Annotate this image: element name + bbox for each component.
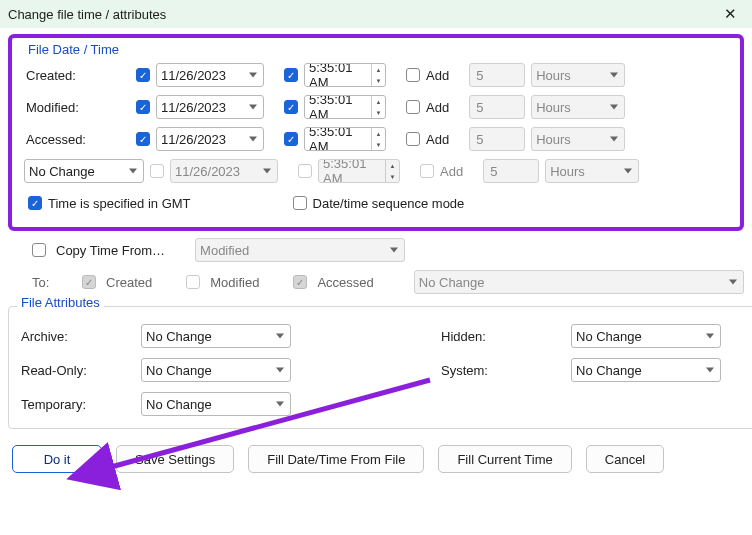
checkbox-created-add[interactable] bbox=[406, 68, 420, 82]
checkbox-to-modified[interactable] bbox=[186, 275, 200, 289]
chevron-down-icon[interactable]: ▼ bbox=[372, 75, 385, 86]
label-add: Add bbox=[426, 100, 449, 115]
checkbox-created-time[interactable]: ✓ bbox=[284, 68, 298, 82]
label-system: System: bbox=[441, 363, 571, 378]
file-attributes-group: File Attributes Archive: No Change Hidde… bbox=[8, 299, 752, 429]
button-bar: Do it Save Settings Fill Date/Time From … bbox=[0, 435, 752, 487]
close-icon[interactable]: ✕ bbox=[716, 5, 744, 23]
label-created: Created: bbox=[20, 68, 130, 83]
checkbox-gmt[interactable]: ✓ bbox=[28, 196, 42, 210]
label-to-accessed: Accessed bbox=[317, 275, 373, 290]
row-modified: Modified: ✓ 11/26/2023 ✓ 5:35:01 AM▲▼ Ad… bbox=[20, 91, 732, 123]
add-unit-modified[interactable]: Hours bbox=[531, 95, 625, 119]
checkbox-modified-time[interactable]: ✓ bbox=[284, 100, 298, 114]
do-it-button[interactable]: Do it bbox=[12, 445, 102, 473]
chevron-up-icon[interactable]: ▲ bbox=[372, 96, 385, 107]
date-extra: 11/26/2023 bbox=[170, 159, 278, 183]
date-created[interactable]: 11/26/2023 bbox=[156, 63, 264, 87]
label-gmt: Time is specified in GMT bbox=[48, 196, 191, 211]
select-system[interactable]: No Change bbox=[571, 358, 721, 382]
label-to: To: bbox=[32, 275, 72, 290]
checkbox-to-created[interactable]: ✓ bbox=[82, 275, 96, 289]
row-copy-from: Copy Time From… Modified bbox=[8, 235, 744, 265]
add-value-extra: 5 bbox=[483, 159, 539, 183]
label-temporary: Temporary: bbox=[21, 397, 141, 412]
label-to-modified: Modified bbox=[210, 275, 259, 290]
row-created: Created: ✓ 11/26/2023 ✓ 5:35:01 AM▲▼ Add… bbox=[20, 59, 732, 91]
label-add: Add bbox=[426, 68, 449, 83]
select-readonly[interactable]: No Change bbox=[141, 358, 291, 382]
copy-from-select[interactable]: Modified bbox=[195, 238, 405, 262]
checkbox-accessed-time[interactable]: ✓ bbox=[284, 132, 298, 146]
copy-mode-select[interactable]: No Change bbox=[414, 270, 744, 294]
label-accessed: Accessed: bbox=[20, 132, 130, 147]
checkbox-accessed-date[interactable]: ✓ bbox=[136, 132, 150, 146]
add-unit-created[interactable]: Hours bbox=[531, 63, 625, 87]
checkbox-modified-date[interactable]: ✓ bbox=[136, 100, 150, 114]
file-date-time-group: File Date / Time Created: ✓ 11/26/2023 ✓… bbox=[8, 34, 744, 231]
row-accessed: Accessed: ✓ 11/26/2023 ✓ 5:35:01 AM▲▼ Ad… bbox=[20, 123, 732, 155]
chevron-up-icon: ▲ bbox=[386, 160, 399, 171]
cancel-button[interactable]: Cancel bbox=[586, 445, 664, 473]
file-date-time-heading: File Date / Time bbox=[20, 42, 732, 57]
add-value-accessed[interactable]: 5 bbox=[469, 127, 525, 151]
date-modified[interactable]: 11/26/2023 bbox=[156, 95, 264, 119]
save-settings-button[interactable]: Save Settings bbox=[116, 445, 234, 473]
checkbox-extra-time[interactable] bbox=[298, 164, 312, 178]
label-readonly: Read-Only: bbox=[21, 363, 141, 378]
row-copy-to: To: ✓ Created Modified ✓ Accessed No Cha… bbox=[8, 267, 744, 297]
label-copy-from: Copy Time From… bbox=[56, 243, 165, 258]
select-archive[interactable]: No Change bbox=[141, 324, 291, 348]
add-unit-accessed[interactable]: Hours bbox=[531, 127, 625, 151]
checkbox-created-date[interactable]: ✓ bbox=[136, 68, 150, 82]
time-created[interactable]: 5:35:01 AM▲▼ bbox=[304, 63, 386, 87]
label-modified: Modified: bbox=[20, 100, 130, 115]
row-options: ✓ Time is specified in GMT Date/time seq… bbox=[20, 187, 732, 219]
chevron-up-icon[interactable]: ▲ bbox=[372, 64, 385, 75]
chevron-down-icon[interactable]: ▼ bbox=[372, 107, 385, 118]
checkbox-to-accessed[interactable]: ✓ bbox=[293, 275, 307, 289]
time-extra: 5:35:01 AM▲▼ bbox=[318, 159, 400, 183]
window-title: Change file time / attributes bbox=[8, 7, 716, 22]
checkbox-accessed-add[interactable] bbox=[406, 132, 420, 146]
label-archive: Archive: bbox=[21, 329, 141, 344]
label-to-created: Created bbox=[106, 275, 152, 290]
checkbox-extra-add[interactable] bbox=[420, 164, 434, 178]
file-attributes-heading: File Attributes bbox=[17, 295, 104, 310]
checkbox-modified-add[interactable] bbox=[406, 100, 420, 114]
time-accessed[interactable]: 5:35:01 AM▲▼ bbox=[304, 127, 386, 151]
checkbox-extra-date[interactable] bbox=[150, 164, 164, 178]
label-sequence: Date/time sequence mode bbox=[313, 196, 465, 211]
checkbox-copy-from[interactable] bbox=[32, 243, 46, 257]
time-modified[interactable]: 5:35:01 AM▲▼ bbox=[304, 95, 386, 119]
add-value-modified[interactable]: 5 bbox=[469, 95, 525, 119]
select-hidden[interactable]: No Change bbox=[571, 324, 721, 348]
checkbox-sequence[interactable] bbox=[293, 196, 307, 210]
add-unit-extra: Hours bbox=[545, 159, 639, 183]
label-hidden: Hidden: bbox=[441, 329, 571, 344]
date-accessed[interactable]: 11/26/2023 bbox=[156, 127, 264, 151]
chevron-up-icon[interactable]: ▲ bbox=[372, 128, 385, 139]
titlebar: Change file time / attributes ✕ bbox=[0, 0, 752, 28]
chevron-down-icon: ▼ bbox=[386, 171, 399, 182]
label-add: Add bbox=[440, 164, 463, 179]
chevron-down-icon[interactable]: ▼ bbox=[372, 139, 385, 150]
fill-from-file-button[interactable]: Fill Date/Time From File bbox=[248, 445, 424, 473]
label-add: Add bbox=[426, 132, 449, 147]
fill-current-time-button[interactable]: Fill Current Time bbox=[438, 445, 571, 473]
extra-select[interactable]: No Change bbox=[24, 159, 144, 183]
row-extra: No Change 11/26/2023 5:35:01 AM▲▼ Add 5 … bbox=[20, 155, 732, 187]
add-value-created[interactable]: 5 bbox=[469, 63, 525, 87]
select-temporary[interactable]: No Change bbox=[141, 392, 291, 416]
